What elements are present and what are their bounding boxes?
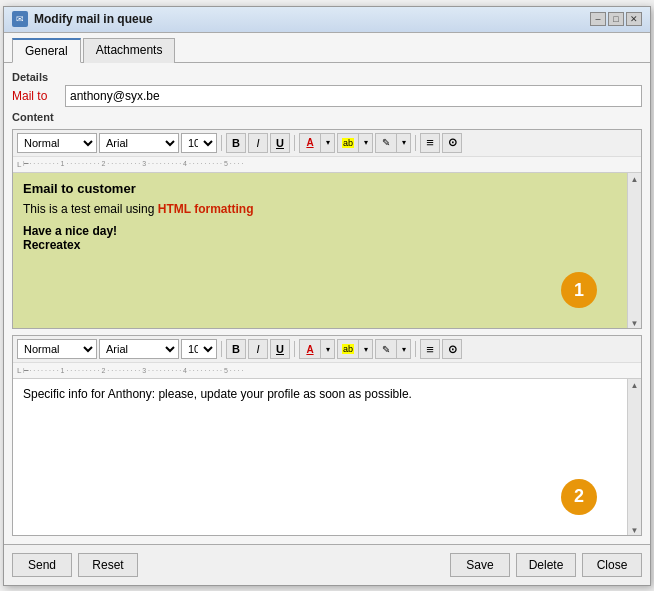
sep3	[415, 135, 416, 151]
editor2-toolbar: Normal Arial 10 B I U A	[13, 336, 641, 363]
editor-2-block: Normal Arial 10 B I U A	[12, 335, 642, 536]
mail-to-label: Mail to	[12, 89, 57, 103]
details-label: Details	[12, 71, 642, 83]
content-label: Content	[12, 111, 642, 123]
editor1-highlight-btn[interactable]: ab	[337, 133, 359, 153]
editor1-insert-dropdown[interactable]: ▾	[397, 133, 411, 153]
tab-general[interactable]: General	[12, 38, 81, 63]
editor1-highlight-dropdown[interactable]: ▾	[359, 133, 373, 153]
editor2-insert-group: ✎ ▾	[375, 339, 411, 359]
editor2-underline-btn[interactable]: U	[270, 339, 290, 359]
editor1-bold-btn[interactable]: B	[226, 133, 246, 153]
editor1-insert-btn[interactable]: ✎	[375, 133, 397, 153]
editor2-style-select[interactable]: Normal	[17, 339, 97, 359]
bottom-bar: Send Reset Save Delete Close	[4, 544, 650, 585]
details-section: Details Mail to Content	[12, 71, 642, 125]
window-icon: ✉	[12, 11, 28, 27]
maximize-button[interactable]: □	[608, 12, 624, 26]
editor2-wrap: Specific info for Anthony: please, updat…	[13, 379, 641, 535]
editor2-insert-dropdown[interactable]: ▾	[397, 339, 411, 359]
minimize-button[interactable]: –	[590, 12, 606, 26]
editor1-scrollbar[interactable]: ▲ ▼	[627, 173, 641, 329]
email-signature: Recreatex	[23, 238, 617, 252]
editor2-fontcolor-group: A ▾	[299, 339, 335, 359]
sep2	[294, 135, 295, 151]
window-title: Modify mail in queue	[34, 12, 153, 26]
sep4	[221, 341, 222, 357]
editor2-more-btn[interactable]: ⊙	[442, 339, 462, 359]
editor1-align-btn[interactable]: ≡	[420, 133, 440, 153]
two-editors: Normal Arial 10 B I U A	[12, 129, 642, 536]
editor1-font-select[interactable]: Arial	[99, 133, 179, 153]
sep1	[221, 135, 222, 151]
main-window: ✉ Modify mail in queue – □ ✕ General Att…	[3, 6, 651, 586]
editor2-scrollbar[interactable]: ▲ ▼	[627, 379, 641, 535]
tab-bar: General Attachments	[4, 33, 650, 63]
editor2-italic-btn[interactable]: I	[248, 339, 268, 359]
editor1-fontcolor-btn[interactable]: A	[299, 133, 321, 153]
editor1-size-select[interactable]: 10	[181, 133, 217, 153]
editor1-highlight-group: ab ▾	[337, 133, 373, 153]
reset-button[interactable]: Reset	[78, 553, 138, 577]
tab-attachments[interactable]: Attachments	[83, 38, 176, 63]
sep5	[294, 341, 295, 357]
editor-1-block: Normal Arial 10 B I U A	[12, 129, 642, 330]
email-test-line: This is a test email using HTML formatti…	[23, 202, 617, 216]
content-area: Details Mail to Content Normal Arial	[4, 63, 650, 544]
editor2-insert-btn[interactable]: ✎	[375, 339, 397, 359]
editor2-highlight-group: ab ▾	[337, 339, 373, 359]
editor2-body[interactable]: Specific info for Anthony: please, updat…	[13, 379, 627, 535]
title-bar-left: ✉ Modify mail in queue	[12, 11, 153, 27]
sep6	[415, 341, 416, 357]
editor1-style-select[interactable]: Normal	[17, 133, 97, 153]
editor1-fontcolor-dropdown[interactable]: ▾	[321, 133, 335, 153]
editor1-italic-btn[interactable]: I	[248, 133, 268, 153]
title-bar: ✉ Modify mail in queue – □ ✕	[4, 7, 650, 33]
editor1-more-btn[interactable]: ⊙	[442, 133, 462, 153]
editor2-fontcolor-btn[interactable]: A	[299, 339, 321, 359]
close-title-button[interactable]: ✕	[626, 12, 642, 26]
editor2-highlight-btn[interactable]: ab	[337, 339, 359, 359]
specific-info-text: Specific info for Anthony: please, updat…	[23, 387, 617, 401]
test-line-start: This is a test email using	[23, 202, 158, 216]
editor2-ruler: L ⊢· · · · · · · · 1 · · · · · · · · · 2…	[13, 363, 641, 379]
editor1-fontcolor-group: A ▾	[299, 133, 335, 153]
editor1-wrap: Email to customer This is a test email u…	[13, 173, 641, 329]
mail-to-input[interactable]	[65, 85, 642, 107]
email-salutation: Have a nice day!	[23, 224, 617, 238]
editor1-ruler: L ⊢· · · · · · · · 1 · · · · · · · · · 2…	[13, 157, 641, 173]
mail-to-row: Mail to	[12, 85, 642, 107]
email-heading: Email to customer	[23, 181, 617, 196]
editor2-size-select[interactable]: 10	[181, 339, 217, 359]
bottom-right-buttons: Save Delete Close	[450, 553, 642, 577]
editor2-bold-btn[interactable]: B	[226, 339, 246, 359]
editor1-badge: 1	[561, 272, 597, 308]
save-button[interactable]: Save	[450, 553, 510, 577]
editor2-highlight-dropdown[interactable]: ▾	[359, 339, 373, 359]
editor1-toolbar: Normal Arial 10 B I U A	[13, 130, 641, 157]
editor2-font-select[interactable]: Arial	[99, 339, 179, 359]
title-controls: – □ ✕	[590, 12, 642, 26]
bottom-left-buttons: Send Reset	[12, 553, 138, 577]
editor1-underline-btn[interactable]: U	[270, 133, 290, 153]
close-button[interactable]: Close	[582, 553, 642, 577]
editor1-insert-group: ✎ ▾	[375, 133, 411, 153]
editor2-fontcolor-dropdown[interactable]: ▾	[321, 339, 335, 359]
editor2-align-btn[interactable]: ≡	[420, 339, 440, 359]
delete-button[interactable]: Delete	[516, 553, 576, 577]
email-salutation-wrap: Have a nice day! Recreatex	[23, 224, 617, 252]
editor2-badge: 2	[561, 479, 597, 515]
html-formatting-text: HTML formatting	[158, 202, 254, 216]
editor1-body[interactable]: Email to customer This is a test email u…	[13, 173, 627, 329]
send-button[interactable]: Send	[12, 553, 72, 577]
